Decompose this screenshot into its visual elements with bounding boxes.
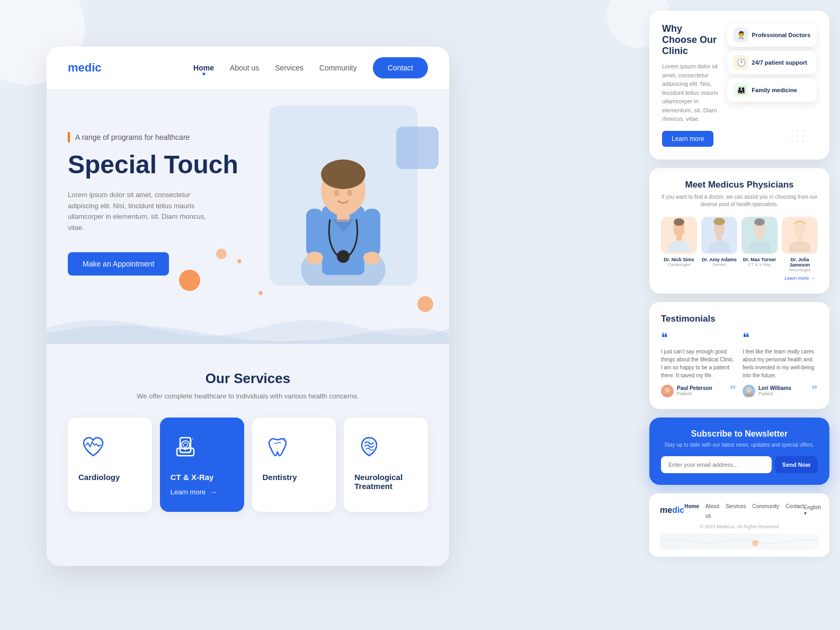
svg-point-47	[746, 387, 752, 393]
newsletter-send-button[interactable]: Send Now	[775, 456, 818, 473]
testimonials-card: Testimonials ❝ I just can't say enough g…	[649, 302, 829, 409]
footer-logo: medic	[660, 505, 684, 515]
wave-decoration	[47, 312, 449, 354]
service-ctxray-name: CT & X-Ray	[171, 473, 234, 482]
svg-point-19	[190, 440, 192, 442]
nav-item-services[interactable]: Services	[275, 63, 303, 73]
testimonial-1-text: I just can't say enough good things abou…	[661, 348, 736, 379]
service-cardiology[interactable]: Cardiology	[68, 418, 152, 512]
logo-prefix: me	[68, 61, 85, 74]
footer-card: medic Home About us Services Community C…	[649, 493, 829, 557]
quote-close-icon-1: ❞	[730, 384, 736, 397]
physician-julia-learn-more[interactable]: Learn more →	[784, 276, 815, 281]
testimonial-1-avatar	[661, 385, 674, 397]
physician-nick-name: Dr. Nick Sims	[661, 257, 697, 262]
dentistry-icon	[263, 432, 326, 473]
nav-links: Home About us Services Community	[193, 63, 357, 73]
nav-item-home[interactable]: Home	[193, 63, 214, 73]
nav-item-about[interactable]: About us	[230, 63, 259, 73]
main-website-mockup: medic Home About us Services Community C…	[47, 47, 449, 566]
svg-point-15	[183, 443, 187, 447]
footer-nav-home[interactable]: Home	[684, 501, 699, 520]
service-neurology[interactable]: Neurological Treatment	[344, 418, 428, 512]
svg-rect-40	[757, 235, 762, 241]
newsletter-email-input[interactable]	[661, 456, 772, 473]
hero-tag-bar	[68, 132, 70, 143]
why-choose-desc: Lorem ipsum dolor sit amet, consectetur …	[662, 62, 719, 123]
footer-language-selector[interactable]: English ▾	[804, 504, 821, 516]
arrow-right-icon: →	[210, 488, 217, 496]
logo-highlight: dic	[85, 61, 102, 74]
svg-point-46	[665, 387, 670, 393]
service-ct-xray[interactable]: CT & X-Ray Learn more →	[160, 418, 244, 512]
testimonial-2-author-role: Patient	[758, 391, 791, 396]
decorative-dot-2	[216, 249, 227, 259]
why-choose-title: Why Choose Our Clinic	[662, 23, 719, 57]
footer-nav: Home About us Services Community Contact	[684, 501, 803, 520]
nav-item-community[interactable]: Community	[319, 63, 357, 73]
hero-title: Special Touch	[68, 151, 269, 179]
quote-close-icon-2: ❞	[811, 384, 818, 397]
family-icon: 👨‍👩‍👧	[734, 83, 748, 97]
services-section: Our Services We offer complete healthcar…	[47, 354, 449, 533]
physician-amy-adams[interactable]: Dr. Amy Adams Dentist	[701, 217, 737, 282]
service-dentistry[interactable]: Dentistry	[252, 418, 336, 512]
physicians-grid: Dr. Nick Sims Cardiologist Dr. Amy Adams…	[661, 217, 818, 282]
testimonial-1-author: Paul Peterson Patient	[661, 385, 736, 397]
testimonial-2-author: Lori Williams Patient	[743, 385, 818, 397]
support-icon: 🕐	[734, 55, 748, 70]
appointment-button[interactable]: Make an Appointment	[68, 252, 169, 276]
physician-nick-sims[interactable]: Dr. Nick Sims Cardiologist	[661, 217, 697, 282]
newsletter-title: Subscribe to Newsletter	[661, 429, 818, 439]
physicians-card: Meet Medicus Physicians If you want to f…	[649, 168, 829, 294]
ct-xray-icon	[171, 432, 234, 473]
footer-nav-services[interactable]: Services	[726, 501, 746, 520]
hero-section: A range of programs for healthcare Speci…	[47, 90, 449, 323]
hero-content: A range of programs for healthcare Speci…	[68, 121, 269, 276]
quote-open-icon-1: ❝	[661, 332, 736, 344]
physician-nick-sims-image	[661, 217, 697, 254]
service-cardiology-name: Cardiology	[78, 473, 141, 482]
services-subtitle: We offer complete healthcare to individu…	[68, 391, 428, 402]
svg-rect-6	[306, 209, 323, 256]
footer-copyright: © 2023 Medicus. All Rights Reserved	[660, 524, 819, 529]
testimonial-2-author-name: Lori Williams	[758, 385, 791, 391]
svg-rect-36	[717, 235, 722, 241]
footer-nav-contact[interactable]: Contact	[785, 501, 803, 520]
service-neurology-name: Neurological Treatment	[354, 473, 417, 491]
navbar: medic Home About us Services Community C…	[47, 47, 449, 90]
decorative-dot-1	[179, 270, 200, 291]
newsletter-subtitle: Stay up to date with our latest news, up…	[661, 442, 818, 448]
physician-amy-name: Dr. Amy Adams	[701, 257, 737, 262]
decorative-dot-small-1	[237, 259, 242, 263]
footer-nav-community[interactable]: Community	[753, 501, 780, 520]
physician-julia-jameson-image	[782, 217, 818, 254]
hero-blue-rect	[396, 127, 439, 169]
svg-point-34	[674, 218, 684, 226]
doctor-image	[269, 105, 417, 286]
physician-amy-role: Dentist	[701, 262, 737, 267]
services-grid: Cardiology	[68, 418, 428, 512]
right-panel: Why Choose Our Clinic Lorem ipsum dolor …	[649, 11, 829, 557]
svg-point-9	[363, 252, 380, 264]
contact-button[interactable]: Contact	[373, 57, 428, 78]
footer-nav-about[interactable]: About us	[705, 501, 719, 520]
physician-julia-jameson[interactable]: Dr. Julia Jameson Neurologist Learn more…	[782, 217, 818, 282]
svg-point-8	[306, 252, 323, 264]
svg-rect-32	[676, 235, 682, 241]
newsletter-form: Send Now	[661, 456, 818, 473]
why-learn-more-button[interactable]: Learn more	[662, 131, 713, 147]
services-title: Our Services	[68, 370, 428, 387]
physician-max-role: CT & X-Ray	[741, 262, 778, 267]
why-choose-card: Why Choose Our Clinic Lorem ipsum dolor …	[649, 11, 829, 159]
svg-point-38	[713, 218, 725, 225]
physician-max-turner[interactable]: Dr. Max Turner CT & X-Ray	[741, 217, 778, 282]
doctors-icon: 👨‍⚕️	[734, 28, 748, 42]
service-ctxray-learn-more[interactable]: Learn more →	[171, 488, 234, 496]
svg-point-5	[337, 250, 350, 263]
physician-max-turner-image	[741, 217, 778, 254]
physician-max-name: Dr. Max Turner	[741, 257, 778, 262]
physician-nick-role: Cardiologist	[661, 262, 697, 267]
footer-map-decoration	[660, 534, 819, 549]
decorative-dot-3	[417, 296, 433, 312]
